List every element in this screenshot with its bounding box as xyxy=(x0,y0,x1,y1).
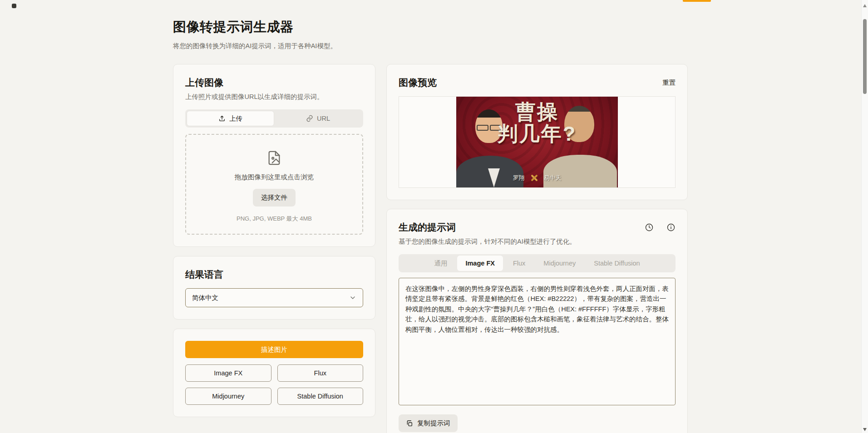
choose-file-button[interactable]: 选择文件 xyxy=(253,189,296,207)
describe-image-button[interactable]: 描述图片 xyxy=(185,341,363,358)
page-subtitle: 将您的图像转换为详细的AI提示词，适用于各种AI模型。 xyxy=(173,42,688,50)
chevron-down-icon xyxy=(349,294,356,301)
upload-card-title: 上传图像 xyxy=(185,76,363,89)
prompt-model-tabs: 通用 Image FX Flux Midjourney Stable Diffu… xyxy=(399,254,676,272)
model-button-imagefx[interactable]: Image FX xyxy=(185,364,271,382)
dropzone[interactable]: 拖放图像到这里或点击浏览 选择文件 PNG, JPG, WEBP 最大 4MB xyxy=(185,134,363,235)
scrollbar-down-arrow[interactable] xyxy=(863,428,867,431)
model-buttons: Image FX Flux Midjourney Stable Diffusio… xyxy=(185,364,363,405)
copy-prompt-button[interactable]: 复制提示词 xyxy=(399,414,458,432)
language-select-value: 简体中文 xyxy=(192,294,218,302)
upload-mode-tabs: 上传 URL xyxy=(185,109,363,128)
page-title: 图像转提示词生成器 xyxy=(173,18,688,36)
actions-card: 描述图片 Image FX Flux Midjourney Stable Dif… xyxy=(173,329,375,417)
history-clock-icon[interactable] xyxy=(645,223,654,232)
prompt-tab-imagefx[interactable]: Image FX xyxy=(457,256,503,271)
thumbnail-headline: 曹操 判几年? xyxy=(498,101,577,144)
dropzone-hint: PNG, JPG, WEBP 最大 4MB xyxy=(195,215,353,223)
tab-upload[interactable]: 上传 xyxy=(187,111,274,126)
right-column: 图像预览 重置 xyxy=(386,64,688,433)
thumbnail-left-name: 罗翔 xyxy=(513,174,525,182)
tab-url[interactable]: URL xyxy=(274,111,362,126)
dev-indicator-dot xyxy=(12,4,16,8)
preview-card-title: 图像预览 xyxy=(399,76,437,89)
prompt-tab-general[interactable]: 通用 xyxy=(426,256,455,271)
main-content: 图像转提示词生成器 将您的图像转换为详细的AI提示词，适用于各种AI模型。 上传… xyxy=(173,0,688,433)
prompt-card-subtitle: 基于您的图像生成的提示词，针对不同的AI模型进行了优化。 xyxy=(399,237,676,246)
prompt-tab-stablediffusion[interactable]: Stable Diffusion xyxy=(586,256,648,271)
prompt-tab-midjourney[interactable]: Midjourney xyxy=(535,256,584,271)
thumbnail-headline-line2: 判几年? xyxy=(498,123,577,145)
preview-card: 图像预览 重置 xyxy=(386,64,688,200)
tab-upload-label: 上传 xyxy=(229,114,242,123)
language-card-title: 结果语言 xyxy=(185,268,363,281)
model-button-midjourney[interactable]: Midjourney xyxy=(185,388,271,405)
generated-prompt-textarea[interactable]: 在这张图像中，左侧的男性身穿深色西装，右侧的男性则穿着浅色外套，两人正面对面，表… xyxy=(399,278,676,405)
prompt-card-title: 生成的提示词 xyxy=(399,221,456,234)
preview-thumbnail: 曹操 判几年? 罗翔 易中天 xyxy=(456,97,618,187)
prompt-tab-flux[interactable]: Flux xyxy=(505,256,533,271)
reset-button[interactable]: 重置 xyxy=(662,79,676,87)
copy-prompt-label: 复制提示词 xyxy=(417,419,450,428)
crossed-gavel-brush-icon xyxy=(529,173,539,183)
dropzone-text: 拖放图像到这里或点击浏览 xyxy=(195,173,353,182)
language-select[interactable]: 简体中文 xyxy=(185,288,363,307)
top-edge-orange-fragment xyxy=(683,0,711,2)
page-scrollbar[interactable] xyxy=(861,0,868,433)
image-preview-box: 曹操 判几年? 罗翔 易中天 xyxy=(399,96,676,188)
scrollbar-thumb[interactable] xyxy=(863,19,867,94)
model-button-stablediffusion[interactable]: Stable Diffusion xyxy=(277,388,364,405)
thumbnail-headline-line1: 曹操 xyxy=(498,101,577,123)
scrollbar-up-arrow[interactable] xyxy=(863,4,867,7)
link-icon xyxy=(306,115,313,122)
language-card: 结果语言 简体中文 xyxy=(173,256,375,320)
image-file-icon xyxy=(266,150,282,166)
prompt-card: 生成的提示词 基于您的图像生成的提示词，针对不同的AI模型进行了优化。 通用 I… xyxy=(386,209,688,433)
upload-card-subtitle: 上传照片或提供图像URL以生成详细的提示词。 xyxy=(185,93,363,101)
copy-icon xyxy=(406,420,413,427)
upload-card: 上传图像 上传照片或提供图像URL以生成详细的提示词。 上传 URL xyxy=(173,64,375,247)
tab-url-label: URL xyxy=(317,115,330,122)
model-button-flux[interactable]: Flux xyxy=(277,364,364,382)
thumbnail-right-name: 易中天 xyxy=(544,174,562,182)
info-icon[interactable] xyxy=(666,223,676,232)
left-column: 上传图像 上传照片或提供图像URL以生成详细的提示词。 上传 URL xyxy=(173,64,375,417)
upload-icon xyxy=(218,115,226,122)
